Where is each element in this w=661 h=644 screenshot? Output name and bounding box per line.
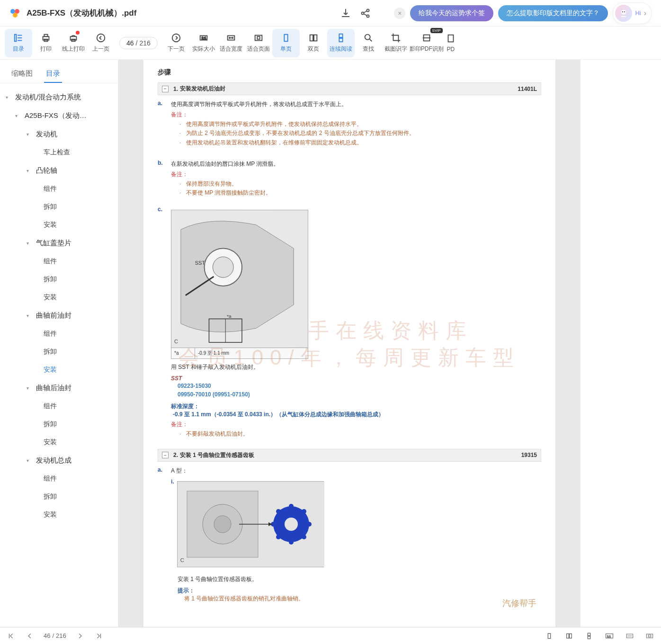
tool-online-print[interactable]: 线上打印: [60, 29, 87, 57]
tool-prev-page[interactable]: 上一页: [87, 29, 115, 57]
tool-single-label: 单页: [280, 45, 292, 53]
svg-rect-9: [15, 35, 17, 42]
sst-label: SST: [171, 375, 541, 382]
svg-point-50: [289, 540, 294, 545]
svg-point-48: [307, 522, 312, 527]
tool-online-print-label: 线上打印: [62, 45, 85, 53]
avatar-button[interactable]: Hi ›: [613, 2, 652, 24]
tool-scanocr-label: 影印PDF识别: [410, 45, 444, 53]
tab-toc[interactable]: 目录: [44, 65, 62, 83]
note-list-a: 使用高度调节附件或平板式举升机附件，使发动机保持总成保持水平。 为防止 2 号油…: [158, 120, 541, 147]
tree-node-engine[interactable]: ▾发动机: [0, 125, 118, 143]
tree-node-fs-install[interactable]: 安装: [0, 361, 118, 379]
tree-node-ea-comp[interactable]: 组件: [0, 470, 118, 488]
chevron-right-icon: ›: [644, 9, 646, 18]
tool-screenshot-ocr[interactable]: 截图识字: [382, 29, 410, 57]
svg-point-53: [276, 509, 281, 514]
fit-width-icon: [226, 33, 236, 43]
page-indicator[interactable]: 46 / 216: [119, 37, 158, 49]
tool-find[interactable]: 查找: [355, 29, 382, 57]
tool-fitw-label: 适合宽度: [220, 45, 242, 53]
svg-rect-25: [284, 35, 287, 42]
chevron-down-icon: ▾: [15, 113, 22, 118]
tree-node-a25b[interactable]: ▾A25B-FXS（发动…: [0, 107, 118, 125]
tree-node-rear-seal[interactable]: ▾曲轴后油封: [0, 379, 118, 397]
promo-fortune-button[interactable]: 给我今天的运势求个签: [410, 5, 493, 21]
tree-node-ea-remove[interactable]: 拆卸: [0, 488, 118, 506]
tree-node-gasket-remove[interactable]: 拆卸: [0, 270, 118, 288]
tree-node-onvehicle[interactable]: 车上检查: [0, 143, 118, 161]
toc-tree[interactable]: ▾发动机/混合动力系统 ▾A25B-FXS（发动… ▾发动机 车上检查 ▾凸轮轴…: [0, 83, 118, 628]
pdf-viewport[interactable]: 汽修帮手在线资料库 会员100/年，每周更新车型 步骤 − 1. 安装发动机后油…: [118, 60, 581, 628]
tool-single-page[interactable]: 单页: [272, 29, 300, 57]
svg-point-18: [97, 34, 105, 42]
svg-rect-32: [448, 35, 453, 42]
actual-size-icon: 1:1: [198, 33, 209, 43]
tree-node-rs-comp[interactable]: 组件: [0, 397, 118, 415]
tree-node-ea-install[interactable]: 安装: [0, 506, 118, 524]
diagram-image-placeholder: SST *a C: [171, 210, 308, 348]
tree-node-rs-install[interactable]: 安装: [0, 433, 118, 451]
svg-rect-26: [310, 35, 313, 41]
tree-node-engine-assy[interactable]: ▾发动机总成: [0, 451, 118, 470]
svg-point-19: [172, 34, 180, 42]
sst-code-2: 09950-70010 (09951-07150): [178, 390, 541, 399]
step-a-text: 使用高度调节附件或平板式举升机附件，将发动机总成置于水平面上。: [171, 100, 541, 109]
svg-point-8: [624, 11, 625, 12]
download-icon[interactable]: [340, 8, 351, 19]
tree-node-camshaft[interactable]: ▾凸轮轴: [0, 161, 118, 180]
svg-text:SST: SST: [195, 260, 205, 266]
after-diagram2-text: 安装 1 号曲轴位置传感器齿板。: [178, 575, 541, 584]
depth-value: -0.9 至 1.1 mm（-0.0354 至 0.0433 in.）（从气缸体…: [173, 411, 541, 419]
diagram-sst: SST *a C *a -0.9 至 1.1 mm: [171, 210, 308, 359]
tool-print[interactable]: 打印: [32, 29, 60, 57]
note-label: 备注：: [158, 420, 541, 429]
tree-node-front-seal[interactable]: ▾曲轴前油封: [0, 306, 118, 325]
tree-node-cam-install[interactable]: 安装: [0, 216, 118, 234]
collapse-icon: −: [162, 452, 169, 458]
tree-node-engine-hybrid[interactable]: ▾发动机/混合动力系统: [0, 88, 118, 107]
tool-fit-width[interactable]: 适合宽度: [217, 29, 245, 57]
tab-thumbnail[interactable]: 缩略图: [9, 65, 35, 83]
section-2-header[interactable]: − 2. 安装 1 号曲轴位置传感器齿板 19315: [158, 449, 541, 462]
tool-scan-ocr[interactable]: SVIP 影印PDF识别: [410, 29, 444, 57]
tool-find-label: 查找: [363, 45, 374, 53]
tool-continuous[interactable]: 连续阅读: [327, 29, 355, 57]
tool-print-label: 打印: [40, 45, 52, 53]
diagram-sensor-plate: C: [177, 481, 324, 567]
tree-node-cam-remove[interactable]: 拆卸: [0, 198, 118, 216]
share-icon[interactable]: [360, 8, 371, 19]
section-1-header[interactable]: − 1. 安装发动机后油封 11401L: [158, 82, 541, 95]
tool-pdf-partial[interactable]: PD: [444, 29, 458, 57]
promo-ocr-button[interactable]: 怎么提取影印版文档里的文字？: [498, 5, 608, 21]
tool-next-page[interactable]: 下一页: [162, 29, 190, 57]
tool-fit-page[interactable]: 适合页面: [245, 29, 272, 57]
step-a2-text: A 型：: [171, 466, 541, 475]
tree-node-cam-comp[interactable]: 组件: [0, 180, 118, 198]
depth-label: 标准深度：: [171, 402, 541, 411]
tool-actual-size[interactable]: 1:1 实际大小: [190, 29, 217, 57]
avatar-icon: [615, 5, 632, 22]
chevron-down-icon: ▾: [27, 458, 33, 463]
tree-node-fs-remove[interactable]: 拆卸: [0, 343, 118, 361]
tool-double-page[interactable]: 双页: [300, 29, 327, 57]
chevron-down-icon: ▾: [27, 168, 33, 173]
hint-text: 将 1 号曲轴位置传感器齿板的销孔对准曲轴销。: [184, 595, 541, 603]
tree-node-gasket-comp[interactable]: 组件: [0, 252, 118, 270]
tree-node-gasket[interactable]: ▾气缸盖垫片: [0, 234, 118, 252]
after-diagram-text: 用 SST 和锤子敲入发动机后油封。: [171, 363, 541, 372]
tree-node-fs-comp[interactable]: 组件: [0, 325, 118, 343]
collapse-icon: −: [162, 86, 169, 92]
promo-close-button[interactable]: ×: [394, 8, 405, 19]
chevron-down-icon: ▾: [27, 132, 33, 137]
svg-point-45: [285, 518, 298, 531]
fit-page-icon: [253, 33, 264, 43]
notification-dot-icon: [76, 31, 80, 35]
chevron-down-icon: ▾: [6, 95, 12, 100]
tool-toc[interactable]: 目录: [5, 29, 32, 57]
note-label: 备注：: [158, 111, 541, 119]
tree-node-rs-remove[interactable]: 拆卸: [0, 415, 118, 433]
tool-pdf-label: PD: [447, 46, 455, 53]
tree-node-gasket-install[interactable]: 安装: [0, 288, 118, 306]
svg-point-6: [621, 10, 626, 15]
